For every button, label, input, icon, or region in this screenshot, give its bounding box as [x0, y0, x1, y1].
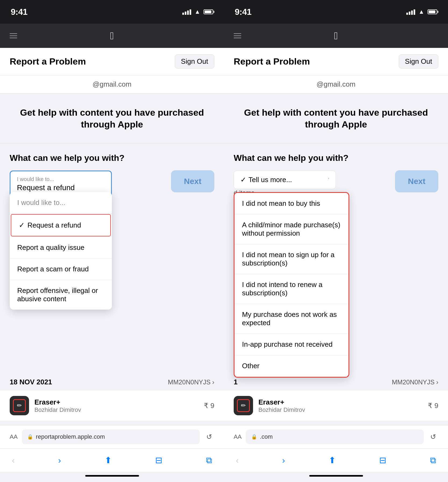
left-dropdown-item-check-icon: ✓	[19, 221, 25, 229]
left-next-button[interactable]: Next	[171, 170, 214, 192]
right-menu-icon[interactable]	[234, 33, 241, 38]
left-share-button[interactable]: ⬆	[102, 453, 114, 467]
right-share-button[interactable]: ⬆	[326, 453, 338, 467]
left-app-icon: ✏	[10, 396, 29, 415]
left-menu-icon[interactable]	[10, 33, 17, 38]
left-back-button[interactable]: ‹	[10, 453, 17, 467]
right-page-header: Report a Problem Sign Out	[224, 48, 448, 75]
right-dropdown-arrow-icon: ′	[328, 177, 329, 183]
right-bookmarks-button[interactable]: ⊟	[377, 453, 389, 467]
right-home-indicator	[224, 472, 448, 482]
left-nav-bar: 	[0, 24, 224, 48]
left-phone-screen: 9:41 ▲  Report a Problem Sign Out	[0, 0, 224, 482]
right-forward-button[interactable]: ›	[280, 453, 287, 467]
right-dropdown-menu: I did not mean to buy this A child/minor…	[234, 192, 349, 378]
left-status-icons: ▲	[182, 8, 213, 15]
left-dropdown-item-2[interactable]: Report a quality issue	[10, 237, 112, 258]
left-dropdown-item-3-label: Report a scam or fraud	[17, 265, 89, 273]
right-email-bar: @gmail.com	[224, 75, 448, 94]
right-purchase-price: ₹ 9	[428, 402, 438, 410]
right-dropdown-item-2-label: I did not mean to sign up for a subscrip…	[242, 251, 341, 267]
right-purchase-name: Eraser+	[258, 398, 422, 406]
right-email-text: @gmail.com	[317, 80, 355, 88]
right-dropdown-select[interactable]: ✓ Tell us more... ′	[234, 171, 336, 189]
right-app-icon: ✏	[234, 396, 253, 415]
left-status-time: 9:41	[11, 7, 27, 17]
right-status-icons: ▲	[406, 8, 437, 15]
left-email-bar: @gmail.com	[0, 75, 224, 94]
left-url-bar[interactable]: 🔒 reportaproblem.apple.com	[22, 430, 200, 444]
right-url-bar[interactable]: 🔒 .com	[246, 430, 424, 444]
right-dropdown-item-3-label: I did not intend to renew a subscription…	[242, 281, 341, 297]
left-dropdown-item-1-label: Request a refund	[27, 221, 81, 229]
left-apple-logo-icon: 	[110, 31, 114, 41]
right-date-label: 1	[234, 378, 237, 386]
right-hero-text: Get help with content you have purchased…	[234, 107, 438, 130]
right-nav-bar: 	[224, 24, 448, 48]
right-dropdown-item-0[interactable]: I did not mean to buy this	[234, 193, 349, 214]
right-aa-text[interactable]: AA	[234, 433, 241, 440]
left-aa-text[interactable]: AA	[10, 433, 17, 440]
left-purchase-name: Eraser+	[34, 398, 198, 406]
left-tabs-button[interactable]: ⧉	[204, 453, 214, 467]
right-dropdown-item-4[interactable]: My purchase does not work as expected	[234, 304, 349, 334]
left-dropdown-item-0[interactable]: I would like to...	[10, 192, 112, 214]
right-dropdown-item-0-label: I did not mean to buy this	[242, 199, 320, 208]
left-bottom-bar: AA 🔒 reportaproblem.apple.com ↺	[0, 425, 224, 448]
right-tabs-button[interactable]: ⧉	[428, 453, 438, 467]
right-battery-icon	[428, 9, 437, 14]
left-signal-icon	[182, 9, 191, 15]
right-lock-icon: 🔒	[251, 434, 257, 440]
left-url-text: reportaproblem.apple.com	[36, 433, 105, 440]
left-wifi-icon: ▲	[194, 8, 200, 15]
right-url-text: .com	[260, 433, 273, 440]
left-page-title: Report a Problem	[10, 56, 86, 67]
right-next-button[interactable]: Next	[395, 170, 438, 192]
right-hero-section: Get help with content you have purchased…	[224, 94, 448, 143]
left-sign-out-button[interactable]: Sign Out	[175, 54, 214, 69]
left-dropdown-label: I would like to...	[17, 176, 105, 182]
right-dropdown-item-1[interactable]: A child/minor made purchase(s) without p…	[234, 214, 349, 244]
right-dropdown-item-1-label: A child/minor made purchase(s) without p…	[242, 221, 341, 238]
left-forward-button[interactable]: ›	[56, 453, 63, 467]
left-bookmarks-button[interactable]: ⊟	[153, 453, 165, 467]
right-phone-screen: 9:41 ▲  Report a Problem Sign Out	[224, 0, 448, 482]
right-app-icon-symbol: ✏	[241, 402, 246, 409]
right-apple-logo-icon: 	[334, 31, 338, 41]
left-dropdown-item-0-label: I would like to...	[17, 199, 65, 207]
left-home-indicator	[0, 472, 224, 482]
left-dropdown-item-4[interactable]: Report offensive, illegal or abusive con…	[10, 280, 112, 310]
right-sign-out-button[interactable]: Sign Out	[399, 54, 438, 69]
left-purchase-price: ₹ 9	[204, 402, 214, 410]
right-dropdown-item-2[interactable]: I did not mean to sign up for a subscrip…	[234, 244, 349, 274]
right-browser-nav: ‹ › ⬆ ⊟ ⧉	[224, 448, 448, 472]
right-main-content: What can we help you with? ✓ Tell us mor…	[224, 143, 448, 371]
right-home-bar	[309, 475, 363, 477]
left-purchase-developer: Bozhidar Dimitrov	[34, 406, 198, 413]
left-home-bar	[85, 475, 139, 477]
right-purchase-item[interactable]: ✏ Eraser+ Bozhidar Dimitrov ₹ 9	[224, 391, 448, 421]
right-back-button[interactable]: ‹	[234, 453, 241, 467]
left-date-section: 18 NOV 2021 MM20N0NYJS ›	[0, 371, 224, 391]
right-dropdown-item-3[interactable]: I did not intend to renew a subscription…	[234, 274, 349, 304]
left-purchase-item[interactable]: ✏ Eraser+ Bozhidar Dimitrov ₹ 9	[0, 391, 224, 421]
left-dropdown-menu: I would like to... ✓ Request a refund Re…	[10, 192, 112, 310]
right-purchase-developer: Bozhidar Dimitrov	[258, 406, 422, 413]
right-page-title: Report a Problem	[234, 56, 310, 67]
right-order-chevron-icon: ›	[436, 378, 438, 386]
left-page-header: Report a Problem Sign Out	[0, 48, 224, 75]
left-reload-button[interactable]: ↺	[204, 431, 214, 443]
left-battery-icon	[204, 9, 213, 14]
right-dropdown-item-5[interactable]: In-app purchase not received	[234, 334, 349, 355]
left-dropdown-item-3[interactable]: Report a scam or fraud	[10, 258, 112, 280]
right-reload-button[interactable]: ↺	[428, 431, 438, 443]
left-app-icon-symbol: ✏	[17, 402, 22, 409]
right-dropdown-item-6[interactable]: Other	[234, 355, 349, 377]
right-signal-icon	[406, 9, 415, 15]
right-dropdown-item-4-label: My purchase does not work as expected	[242, 310, 341, 327]
left-dropdown-item-1[interactable]: ✓ Request a refund	[11, 214, 111, 236]
right-dropdown-item-5-label: In-app purchase not received	[242, 340, 333, 349]
right-wifi-icon: ▲	[418, 8, 424, 15]
left-order-chevron-icon: ›	[212, 378, 214, 386]
right-bottom-bar: AA 🔒 .com ↺	[224, 425, 448, 448]
